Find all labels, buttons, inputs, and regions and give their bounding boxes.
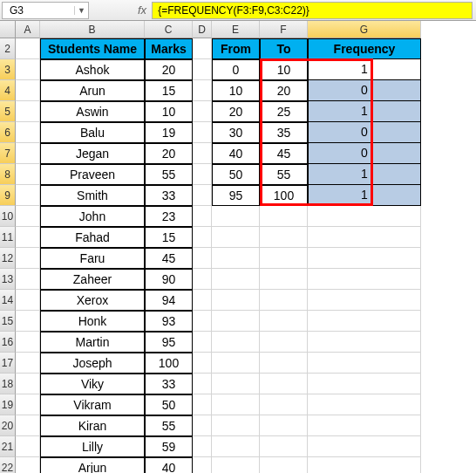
cell-A10[interactable] — [16, 206, 40, 227]
cell-E20[interactable] — [212, 415, 260, 436]
cell-E15[interactable] — [212, 311, 260, 332]
cell-E4[interactable]: 10 — [212, 80, 260, 101]
cell-E21[interactable] — [212, 436, 260, 457]
cell-B12[interactable]: Faru — [40, 248, 145, 269]
cell-D10[interactable] — [193, 206, 212, 227]
cell-C15[interactable]: 93 — [145, 311, 193, 332]
cell-A21[interactable] — [16, 436, 40, 457]
cell-D20[interactable] — [193, 415, 212, 436]
cell-A18[interactable] — [16, 374, 40, 394]
col-header-B[interactable]: B — [40, 21, 145, 38]
cell-A4[interactable] — [16, 80, 40, 101]
name-box[interactable]: G3 — [3, 4, 74, 17]
cell-E22[interactable] — [212, 457, 260, 473]
cell-B13[interactable]: Zaheer — [40, 269, 145, 290]
cell-F17[interactable] — [260, 353, 308, 374]
cell-F16[interactable] — [260, 332, 308, 353]
row-header-19[interactable]: 19 — [0, 394, 16, 415]
cell-B7[interactable]: Jegan — [40, 143, 145, 164]
cell-G10[interactable] — [308, 206, 421, 227]
cell-G6[interactable]: 0 — [308, 122, 421, 143]
col-header-D[interactable]: D — [193, 21, 212, 38]
cell-A14[interactable] — [16, 290, 40, 311]
row-header-7[interactable]: 7 — [0, 143, 16, 164]
cell-D16[interactable] — [193, 332, 212, 353]
cell-D13[interactable] — [193, 269, 212, 290]
cell-D22[interactable] — [193, 457, 212, 473]
cell-G13[interactable] — [308, 269, 421, 290]
cell-B4[interactable]: Arun — [40, 80, 145, 101]
cell-G5[interactable]: 1 — [308, 101, 421, 122]
cell-G4[interactable]: 0 — [308, 80, 421, 101]
row-header-22[interactable]: 22 — [0, 457, 16, 473]
cell-E18[interactable] — [212, 374, 260, 394]
cell-E8[interactable]: 50 — [212, 164, 260, 185]
cell-E3[interactable]: 0 — [212, 59, 260, 80]
cell-C6[interactable]: 19 — [145, 122, 193, 143]
row-header-9[interactable]: 9 — [0, 185, 16, 206]
row-header-11[interactable]: 11 — [0, 227, 16, 248]
cell-B22[interactable]: Arjun — [40, 457, 145, 473]
cell-A3[interactable] — [16, 59, 40, 80]
cell-B16[interactable]: Martin — [40, 332, 145, 353]
cell-C7[interactable]: 20 — [145, 143, 193, 164]
cell-B6[interactable]: Balu — [40, 122, 145, 143]
cell-B20[interactable]: Kiran — [40, 415, 145, 436]
cell-C2[interactable]: Marks — [145, 38, 193, 59]
cell-D9[interactable] — [193, 185, 212, 206]
cell-G7[interactable]: 0 — [308, 143, 421, 164]
cell-E12[interactable] — [212, 248, 260, 269]
cell-G15[interactable] — [308, 311, 421, 332]
cell-D5[interactable] — [193, 101, 212, 122]
cell-F5[interactable]: 25 — [260, 101, 308, 122]
row-header-20[interactable]: 20 — [0, 415, 16, 436]
formula-bar[interactable]: {=FREQUENCY(F3:F9,C3:C22)} — [152, 2, 473, 19]
row-header-14[interactable]: 14 — [0, 290, 16, 311]
name-box-container[interactable]: G3 ▼ — [2, 2, 89, 19]
cell-C10[interactable]: 23 — [145, 206, 193, 227]
cell-B10[interactable]: John — [40, 206, 145, 227]
cell-E9[interactable]: 95 — [212, 185, 260, 206]
select-all-corner[interactable] — [0, 21, 16, 38]
cell-G16[interactable] — [308, 332, 421, 353]
cell-G14[interactable] — [308, 290, 421, 311]
cell-A7[interactable] — [16, 143, 40, 164]
cell-A6[interactable] — [16, 122, 40, 143]
cell-C12[interactable]: 45 — [145, 248, 193, 269]
cell-F10[interactable] — [260, 206, 308, 227]
cell-F22[interactable] — [260, 457, 308, 473]
cell-F13[interactable] — [260, 269, 308, 290]
cell-D4[interactable] — [193, 80, 212, 101]
fx-icon[interactable]: fx — [133, 3, 152, 17]
row-header-21[interactable]: 21 — [0, 436, 16, 457]
cell-E7[interactable]: 40 — [212, 143, 260, 164]
cell-G19[interactable] — [308, 394, 421, 415]
cell-B9[interactable]: Smith — [40, 185, 145, 206]
cell-E16[interactable] — [212, 332, 260, 353]
cell-F3[interactable]: 10 — [260, 59, 308, 80]
cell-A9[interactable] — [16, 185, 40, 206]
cell-G8[interactable]: 1 — [308, 164, 421, 185]
cell-E13[interactable] — [212, 269, 260, 290]
col-header-F[interactable]: F — [260, 21, 308, 38]
cell-C18[interactable]: 33 — [145, 374, 193, 394]
cell-D2[interactable] — [193, 38, 212, 59]
cell-G21[interactable] — [308, 436, 421, 457]
cell-F18[interactable] — [260, 374, 308, 394]
cell-D11[interactable] — [193, 227, 212, 248]
row-header-16[interactable]: 16 — [0, 332, 16, 353]
cell-C8[interactable]: 55 — [145, 164, 193, 185]
cell-B18[interactable]: Viky — [40, 374, 145, 394]
cell-A2[interactable] — [16, 38, 40, 59]
cell-B21[interactable]: Lilly — [40, 436, 145, 457]
cell-C20[interactable]: 55 — [145, 415, 193, 436]
cell-F20[interactable] — [260, 415, 308, 436]
cell-G12[interactable] — [308, 248, 421, 269]
col-header-E[interactable]: E — [212, 21, 260, 38]
col-header-C[interactable]: C — [145, 21, 193, 38]
cell-D18[interactable] — [193, 374, 212, 394]
cell-C14[interactable]: 94 — [145, 290, 193, 311]
row-header-5[interactable]: 5 — [0, 101, 16, 122]
cell-A11[interactable] — [16, 227, 40, 248]
cell-G3[interactable]: 1 — [308, 59, 421, 80]
